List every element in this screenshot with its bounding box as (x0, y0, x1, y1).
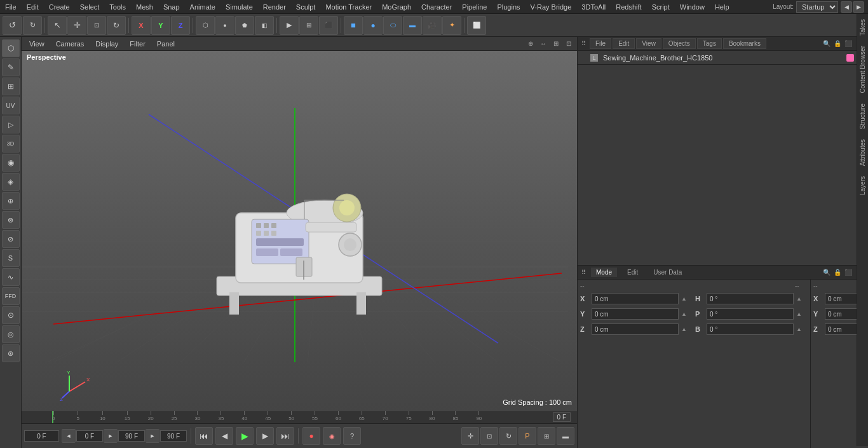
layout-btn-2[interactable]: ▶ (853, 1, 864, 13)
camera-btn[interactable]: 🎥 (423, 16, 442, 35)
menu-mograph[interactable]: MoGraph (377, 2, 416, 12)
attr-tab-edit[interactable]: Edit (622, 268, 643, 277)
coord-z-input[interactable] (592, 323, 679, 335)
axis-y-btn[interactable]: Y (151, 16, 170, 35)
vp-icon-4[interactable]: ⊡ (563, 38, 574, 50)
menu-pipeline[interactable]: Pipeline (457, 2, 492, 12)
poly-mode-btn[interactable]: ◧ (255, 16, 274, 35)
menu-window[interactable]: Window (675, 2, 710, 12)
coord-p-input[interactable] (707, 308, 794, 320)
plane-btn[interactable]: ▬ (403, 16, 422, 35)
polygon-btn[interactable]: ◉ (2, 154, 20, 172)
end-frame-input[interactable] (118, 430, 145, 442)
go-end-btn[interactable]: ⏭ (276, 427, 294, 445)
frame-end-arrow[interactable]: ► (104, 429, 118, 443)
vp-icon-1[interactable]: ⊕ (525, 38, 536, 50)
coord-h-input[interactable] (707, 293, 794, 304)
coord-y-input[interactable] (592, 308, 679, 320)
viewport-canvas[interactable]: Perspective Grid Spacing : 100 cm X Y Z (22, 51, 577, 411)
menu-select[interactable]: Select (75, 2, 105, 12)
sphere-btn[interactable]: ● (363, 16, 383, 35)
attr-expand-icon[interactable]: ⬛ (843, 268, 853, 278)
menu-vray[interactable]: V-Ray Bridge (526, 2, 577, 12)
model-mode-btn[interactable]: ⬡ (2, 39, 20, 57)
tc-btn-scale[interactable]: ⊡ (480, 427, 498, 445)
coord-z-arrow[interactable]: ▲ (681, 326, 693, 332)
panel-search-icon[interactable]: 🔍 (822, 39, 832, 49)
menu-edit[interactable]: Edit (22, 2, 44, 12)
current-frame-input[interactable] (24, 430, 59, 442)
uv-mode-btn[interactable]: UV (2, 97, 20, 114)
menu-simulate[interactable]: Simulate (220, 2, 258, 12)
tc-btn-film[interactable]: ▬ (557, 427, 574, 445)
tab-bookmarks[interactable]: Bookmarks (723, 38, 766, 49)
magnet-btn[interactable]: ⊙ (2, 306, 20, 324)
panel-lock-icon[interactable]: 🔒 (832, 39, 843, 49)
end-frame-input2[interactable] (160, 430, 187, 442)
record-auto-btn[interactable]: ◉ (323, 427, 341, 445)
vp-menu-cameras[interactable]: Cameras (51, 39, 90, 49)
layout-btn-1[interactable]: ◀ (841, 1, 852, 13)
vtab-structure[interactable]: Structure (858, 98, 867, 135)
render-region-btn[interactable]: ⊞ (299, 16, 318, 35)
attr-tab-user-data[interactable]: User Data (648, 268, 687, 277)
menu-redshift[interactable]: Redshift (611, 2, 646, 12)
vp-menu-display[interactable]: Display (90, 39, 123, 49)
ffd-btn[interactable]: FFD (2, 287, 20, 305)
move-tool-btn[interactable]: ✛ (67, 16, 86, 35)
menu-create[interactable]: Create (44, 2, 75, 12)
cylinder-btn[interactable]: ⬭ (383, 16, 402, 35)
vp-menu-view[interactable]: View (24, 39, 50, 49)
coord-x-arrow[interactable]: ▲ (681, 295, 693, 302)
paint-mode-btn[interactable]: ⊞ (2, 78, 20, 95)
vp-menu-panel[interactable]: Panel (152, 39, 180, 49)
vp-menu-filter[interactable]: Filter (125, 39, 150, 49)
point-mode-btn[interactable]: ● (215, 16, 234, 35)
frame-start-arrow[interactable]: ◄ (62, 429, 76, 443)
start-frame-input[interactable] (76, 430, 103, 442)
scale-tool-btn[interactable]: ⊡ (87, 16, 106, 35)
render-active-btn[interactable]: ⬛ (319, 16, 338, 35)
menu-file[interactable]: File (0, 2, 22, 12)
timeline-strip[interactable]: 0 5 10 15 20 25 30 (22, 411, 577, 424)
tab-file[interactable]: File (590, 38, 611, 49)
menu-snap[interactable]: Snap (158, 2, 185, 12)
tc-btn-grid[interactable]: ⊞ (538, 427, 555, 445)
spline-btn[interactable]: ∿ (2, 268, 20, 286)
menu-mesh[interactable]: Mesh (131, 2, 158, 12)
menu-script[interactable]: Script (647, 2, 675, 12)
edge-btn[interactable]: ◈ (2, 173, 20, 191)
brush-btn[interactable]: ◎ (2, 325, 20, 343)
coord-b-input[interactable] (707, 323, 794, 335)
tc-btn-move[interactable]: ✛ (461, 427, 479, 445)
vtab-attributes[interactable]: Attributes (858, 134, 867, 171)
symmetry-btn[interactable]: ⊘ (2, 230, 20, 248)
menu-motion-tracker[interactable]: Motion Tracker (320, 2, 377, 12)
menu-3dtoall[interactable]: 3DToAll (576, 2, 611, 12)
menu-sculpt[interactable]: Sculpt (291, 2, 321, 12)
menu-help[interactable]: Help (710, 2, 735, 12)
coord-b-arrow[interactable]: ▲ (796, 326, 808, 332)
help-btn[interactable]: ? (343, 427, 361, 445)
motion-btn[interactable]: ▷ (2, 116, 20, 133)
play-btn[interactable]: ▶ (236, 427, 254, 445)
cube-btn[interactable]: ■ (344, 16, 363, 35)
vtab-layers[interactable]: Layers (858, 171, 867, 200)
attr-tab-mode[interactable]: Mode (591, 268, 617, 277)
attr-search-icon[interactable]: 🔍 (822, 268, 832, 278)
coord-p-arrow[interactable]: ▲ (796, 311, 808, 317)
tc-btn-P[interactable]: P (519, 427, 536, 445)
rotate-tool-btn[interactable]: ↻ (107, 16, 126, 35)
prev-frame-btn[interactable]: ◀ (215, 427, 233, 445)
object-row[interactable]: L Sewing_Machine_Brother_HC1850 (578, 51, 868, 65)
vp-icon-2[interactable]: ↔ (538, 38, 549, 50)
vtab-takes[interactable]: Takes (858, 14, 867, 41)
object-mode-btn[interactable]: ⬡ (196, 16, 215, 35)
light-btn[interactable]: ✦ (442, 16, 461, 35)
snap-btn[interactable]: ⊕ (2, 192, 20, 210)
edge-mode-btn[interactable]: ⬟ (235, 16, 254, 35)
select-tool-btn[interactable]: ↖ (48, 16, 67, 35)
menu-tools[interactable]: Tools (104, 2, 131, 12)
coord-y-arrow[interactable]: ▲ (681, 311, 693, 317)
vtab-content-browser[interactable]: Content Browser (858, 41, 867, 98)
